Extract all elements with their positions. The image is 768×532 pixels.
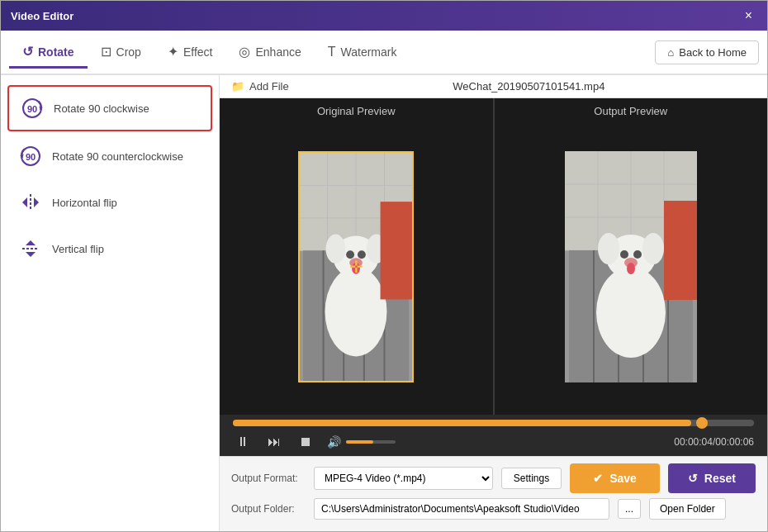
save-button[interactable]: ✔ Save xyxy=(570,463,660,493)
video-editor-window: Video Editor × ↺ Rotate ⊡ Crop ✦ Effect … xyxy=(0,0,768,532)
output-format-label: Output Format: xyxy=(231,473,306,484)
tab-rotate-label: Rotate xyxy=(38,45,74,59)
tab-rotate[interactable]: ↺ Rotate xyxy=(9,37,88,69)
output-video-area xyxy=(498,122,765,411)
back-home-icon: ⌂ xyxy=(667,46,674,59)
svg-marker-10 xyxy=(26,240,36,245)
tab-watermark[interactable]: T Watermark xyxy=(315,38,410,69)
progress-thumb xyxy=(696,417,708,429)
volume-fill xyxy=(346,440,373,444)
window-title: Video Editor xyxy=(11,10,73,22)
rotate-cw-icon: 90 xyxy=(19,95,45,121)
original-preview-label: Original Preview xyxy=(317,105,396,117)
sidebar: 90 Rotate 90 clockwise 90 Rotate xyxy=(1,75,220,531)
controls-row: ⏸ ⏭ ⏹ 🔊 00:00:04/00:00:06 xyxy=(233,433,754,451)
back-home-label: Back to Home xyxy=(679,46,747,59)
svg-point-52 xyxy=(633,250,642,259)
volume-bar[interactable] xyxy=(346,440,396,444)
effect-tab-icon: ✦ xyxy=(168,44,178,59)
original-video-area: ✛ xyxy=(223,122,490,411)
file-bar: 📁 Add File WeChat_20190507101541.mp4 xyxy=(220,75,767,98)
preview-area: Original Preview xyxy=(220,98,767,415)
output-folder-label: Output Folder: xyxy=(231,503,306,515)
sidebar-rotate-ccw-label: Rotate 90 counterclockwise xyxy=(52,150,183,163)
add-file-label: Add File xyxy=(249,80,289,93)
progress-fill xyxy=(233,420,691,426)
crop-crosshair: ✛ xyxy=(349,257,363,277)
folder-row: Output Folder: ... Open Folder xyxy=(231,498,756,520)
tab-crop-label: Crop xyxy=(116,45,141,59)
main-content: 90 Rotate 90 clockwise 90 Rotate xyxy=(1,75,767,531)
rotate-tab-icon: ↺ xyxy=(22,44,33,59)
volume-icon: 🔊 xyxy=(327,435,341,449)
vflip-icon xyxy=(17,235,44,262)
sidebar-item-rotate-cw[interactable]: 90 Rotate 90 clockwise xyxy=(7,85,212,131)
sidebar-item-vflip[interactable]: Vertical flip xyxy=(7,227,212,270)
hflip-icon xyxy=(17,189,44,216)
svg-point-25 xyxy=(325,267,387,356)
output-preview-label: Output Preview xyxy=(594,105,667,117)
svg-marker-7 xyxy=(22,197,27,207)
svg-point-50 xyxy=(642,233,664,264)
output-video-frame xyxy=(565,151,697,382)
format-select[interactable]: MPEG-4 Video (*.mp4) xyxy=(314,467,493,490)
svg-marker-11 xyxy=(26,252,36,257)
svg-point-47 xyxy=(596,267,666,358)
stop-button[interactable]: ⏹ xyxy=(296,433,315,451)
pause-button[interactable]: ⏸ xyxy=(233,433,253,451)
add-file-button[interactable]: 📁 Add File xyxy=(231,80,289,93)
save-label: Save xyxy=(609,472,637,485)
crop-tab-icon: ⊡ xyxy=(101,44,111,59)
tab-enhance[interactable]: ◎ Enhance xyxy=(225,37,314,69)
svg-rect-55 xyxy=(664,201,697,300)
folder-input[interactable] xyxy=(314,498,609,520)
close-button[interactable]: × xyxy=(740,7,757,25)
watermark-tab-icon: T xyxy=(328,45,336,59)
reset-button[interactable]: ↺ Reset xyxy=(668,463,756,493)
svg-marker-8 xyxy=(34,197,39,207)
tab-enhance-label: Enhance xyxy=(255,45,301,59)
reset-icon: ↺ xyxy=(688,472,698,485)
tab-bar: ↺ Rotate ⊡ Crop ✦ Effect ◎ Enhance T Wat… xyxy=(1,31,767,75)
dots-button[interactable]: ... xyxy=(618,499,641,519)
volume-area: 🔊 xyxy=(327,435,396,449)
settings-button[interactable]: Settings xyxy=(501,468,562,489)
add-file-icon: 📁 xyxy=(231,80,244,93)
svg-point-49 xyxy=(598,233,619,264)
time-display: 00:00:04/00:00:06 xyxy=(674,436,754,448)
svg-text:90: 90 xyxy=(26,152,36,162)
original-preview-panel: Original Preview xyxy=(220,98,493,415)
svg-text:90: 90 xyxy=(27,104,37,114)
title-bar: Video Editor × xyxy=(1,1,767,31)
sidebar-rotate-cw-label: Rotate 90 clockwise xyxy=(54,102,149,115)
format-row: Output Format: MPEG-4 Video (*.mp4) Sett… xyxy=(231,463,756,493)
svg-point-51 xyxy=(620,250,628,259)
svg-rect-33 xyxy=(381,202,412,299)
progress-bar[interactable] xyxy=(233,420,754,426)
sidebar-item-hflip[interactable]: Horizontal flip xyxy=(7,181,212,224)
tab-effect-label: Effect xyxy=(183,45,213,59)
svg-point-27 xyxy=(326,235,346,264)
sidebar-vflip-label: Vertical flip xyxy=(52,243,104,255)
enhance-tab-icon: ◎ xyxy=(239,44,250,59)
sidebar-item-rotate-ccw[interactable]: 90 Rotate 90 counterclockwise xyxy=(7,135,212,178)
tab-effect[interactable]: ✦ Effect xyxy=(154,37,226,69)
tab-crop[interactable]: ⊡ Crop xyxy=(88,37,154,69)
file-name: WeChat_20190507101541.mp4 xyxy=(302,80,756,93)
right-panel: 📁 Add File WeChat_20190507101541.mp4 Ori… xyxy=(220,75,767,531)
rotate-ccw-icon: 90 xyxy=(17,143,44,169)
fast-forward-button[interactable]: ⏭ xyxy=(264,433,284,451)
tab-watermark-label: Watermark xyxy=(341,45,397,59)
open-folder-button[interactable]: Open Folder xyxy=(649,498,726,520)
output-preview-panel: Output Preview xyxy=(495,98,768,415)
player-controls: ⏸ ⏭ ⏹ 🔊 00:00:04/00:00:06 xyxy=(220,415,767,456)
sidebar-hflip-label: Horizontal flip xyxy=(52,197,117,209)
bottom-bar: Output Format: MPEG-4 Video (*.mp4) Sett… xyxy=(220,456,767,531)
reset-label: Reset xyxy=(704,472,736,485)
save-check-icon: ✔ xyxy=(593,472,603,485)
svg-point-54 xyxy=(627,263,635,274)
original-video-frame: ✛ xyxy=(298,151,414,382)
back-home-button[interactable]: ⌂ Back to Home xyxy=(655,40,759,64)
